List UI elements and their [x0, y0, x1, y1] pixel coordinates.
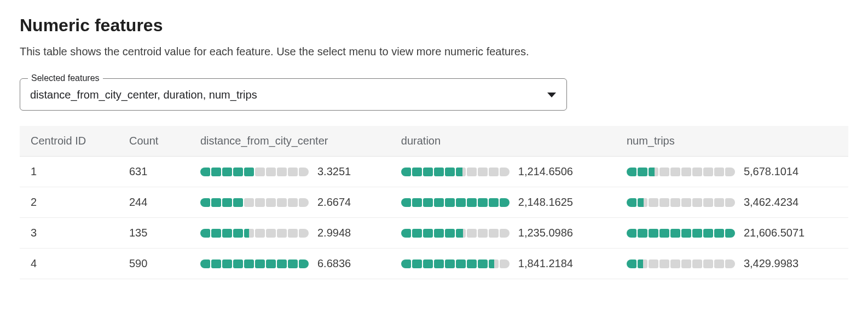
- feature-value: 21,606.5071: [744, 227, 805, 239]
- feature-value: 5,678.1014: [744, 165, 798, 178]
- value-bar: [627, 229, 735, 238]
- col-feature-2: num_trips: [616, 126, 848, 157]
- selected-features-label: Selected features: [28, 73, 103, 83]
- value-bar: [200, 229, 309, 238]
- feature-value: 3.3251: [317, 165, 351, 178]
- page-description: This table shows the centroid value for …: [20, 45, 848, 58]
- cell-feature: 5,678.1014: [616, 157, 848, 187]
- cell-centroid-id: 3: [20, 218, 118, 249]
- value-bar: [200, 259, 309, 268]
- col-feature-0: distance_from_city_center: [189, 126, 390, 157]
- value-bar: [401, 168, 510, 176]
- feature-value: 2.6674: [317, 196, 351, 209]
- value-bar: [627, 198, 735, 207]
- cell-feature: 3.3251: [189, 157, 390, 187]
- selected-features-select[interactable]: Selected features distance_from_city_cen…: [20, 73, 567, 111]
- value-bar: [200, 168, 309, 176]
- cell-feature: 3,429.9983: [616, 249, 848, 279]
- table-row: 22442.66742,148.16253,462.4234: [20, 187, 848, 218]
- cell-feature: 2.6674: [189, 187, 390, 218]
- value-bar: [401, 229, 510, 238]
- value-bar: [200, 198, 309, 207]
- cell-count: 590: [118, 249, 189, 279]
- cell-centroid-id: 1: [20, 157, 118, 187]
- cell-count: 135: [118, 218, 189, 249]
- table-row: 31352.99481,235.098621,606.5071: [20, 218, 848, 249]
- cell-feature: 6.6836: [189, 249, 390, 279]
- chevron-down-icon: [547, 92, 557, 99]
- feature-value: 2,148.1625: [518, 196, 573, 209]
- feature-value: 3,462.4234: [744, 196, 798, 209]
- page-title: Numeric features: [20, 15, 848, 36]
- feature-value: 1,214.6506: [518, 165, 573, 178]
- cell-count: 244: [118, 187, 189, 218]
- feature-value: 6.6836: [317, 257, 351, 270]
- selected-features-value: distance_from_city_center, duration, num…: [30, 89, 257, 101]
- value-bar: [627, 168, 735, 176]
- cell-feature: 21,606.5071: [616, 218, 848, 249]
- cell-feature: 1,214.6506: [390, 157, 616, 187]
- col-feature-1: duration: [390, 126, 616, 157]
- cell-centroid-id: 2: [20, 187, 118, 218]
- cell-feature: 1,235.0986: [390, 218, 616, 249]
- value-bar: [627, 259, 735, 268]
- col-count: Count: [118, 126, 189, 157]
- feature-value: 1,841.2184: [518, 257, 573, 270]
- table-row: 16313.32511,214.65065,678.1014: [20, 157, 848, 187]
- cell-feature: 2.9948: [189, 218, 390, 249]
- feature-value: 3,429.9983: [744, 257, 798, 270]
- feature-value: 2.9948: [317, 227, 351, 239]
- cell-feature: 1,841.2184: [390, 249, 616, 279]
- cell-count: 631: [118, 157, 189, 187]
- feature-value: 1,235.0986: [518, 227, 573, 239]
- centroid-table: Centroid ID Count distance_from_city_cen…: [20, 126, 848, 279]
- value-bar: [401, 198, 510, 207]
- table-header-row: Centroid ID Count distance_from_city_cen…: [20, 126, 848, 157]
- table-row: 45906.68361,841.21843,429.9983: [20, 249, 848, 279]
- cell-feature: 3,462.4234: [616, 187, 848, 218]
- cell-centroid-id: 4: [20, 249, 118, 279]
- col-centroid-id: Centroid ID: [20, 126, 118, 157]
- value-bar: [401, 259, 510, 268]
- cell-feature: 2,148.1625: [390, 187, 616, 218]
